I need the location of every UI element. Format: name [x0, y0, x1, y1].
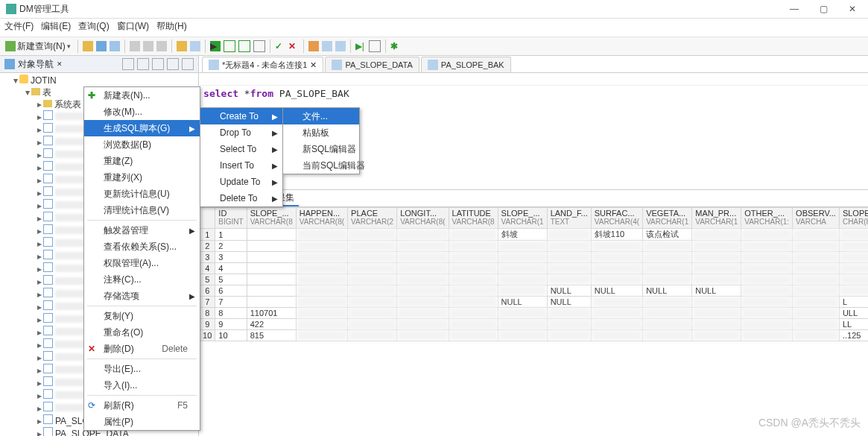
- table-row[interactable]: 44: [200, 263, 868, 274]
- nav-icon: [4, 59, 15, 69]
- menu-item[interactable]: 存储选项▶: [84, 288, 200, 304]
- menu-item[interactable]: ✚新建表(N)...: [84, 87, 200, 104]
- menu-item[interactable]: Delete To▶: [200, 190, 282, 206]
- next-icon[interactable]: [369, 40, 381, 52]
- menu-item[interactable]: 查看依赖关系(S)...: [84, 238, 200, 255]
- result-grid[interactable]: IDBIGINTSLOPE_...VARCHAR(8HAPPEN...VARCH…: [199, 207, 868, 436]
- editor-tab[interactable]: PA_SLOPE_DATA: [325, 57, 419, 72]
- explain-icon[interactable]: [238, 40, 250, 52]
- menu-item[interactable]: 重建列(X): [84, 169, 200, 186]
- book-icon[interactable]: [308, 41, 319, 51]
- menu-item[interactable]: Insert To▶: [200, 157, 282, 174]
- menu-item[interactable]: ✕删除(D)Delete: [84, 341, 200, 357]
- menu-item[interactable]: 复制(Y): [84, 308, 200, 324]
- table-row[interactable]: 22: [200, 241, 868, 252]
- menu-item[interactable]: 编辑(E): [41, 21, 71, 31]
- grid-icon[interactable]: [322, 41, 332, 51]
- menu-item[interactable]: Select To▶: [200, 141, 282, 157]
- menu-item[interactable]: 浏览数据(B): [84, 136, 200, 153]
- new-query-icon: [5, 41, 16, 51]
- menu-item[interactable]: 更新统计信息(U): [84, 186, 200, 202]
- editor-tabs[interactable]: *无标题4 - 未命名连接1 ✕PA_SLOPE_DATAPA_SLOPE_BA…: [199, 56, 868, 73]
- systables-folder[interactable]: 系统表: [54, 99, 81, 110]
- menu-item[interactable]: Drop To▶: [200, 124, 282, 141]
- cut-icon[interactable]: [130, 41, 140, 51]
- redo-icon[interactable]: [190, 41, 200, 51]
- menu-item[interactable]: Create To▶: [200, 108, 282, 124]
- pin-icon[interactable]: [182, 58, 194, 70]
- menu-item[interactable]: 当前SQL编辑器: [283, 157, 359, 174]
- tables-folder[interactable]: 表: [42, 87, 51, 98]
- stop-icon[interactable]: [253, 40, 265, 52]
- editor-tab[interactable]: PA_SLOPE_BAK: [421, 57, 511, 72]
- table-row[interactable]: 77NULLNULLL: [200, 297, 868, 308]
- menu-item[interactable]: 修改(M)...: [84, 104, 200, 120]
- table-row[interactable]: 55: [200, 274, 868, 285]
- database-icon: [19, 75, 28, 83]
- menu-item[interactable]: Update To▶: [200, 174, 282, 190]
- play2-icon[interactable]: ▶|: [355, 41, 366, 51]
- app-icon: [6, 4, 16, 14]
- menu-item[interactable]: 清理统计信息(V): [84, 202, 200, 218]
- paste-icon[interactable]: [156, 41, 167, 51]
- menu-item[interactable]: 权限管理(A)...: [84, 255, 200, 271]
- menu-item[interactable]: 帮助(H): [156, 21, 187, 31]
- open-icon[interactable]: [83, 41, 93, 51]
- toolbar: 新建查询(N) ▾ ▶ ✓ ✕ ▶| ✱: [0, 37, 868, 56]
- edit-icon[interactable]: [152, 58, 164, 70]
- menu-item[interactable]: 触发器管理▶: [84, 222, 200, 238]
- table-row[interactable]: 1010815..125: [200, 330, 868, 341]
- menu-item[interactable]: 查询(Q): [78, 21, 109, 31]
- plus-icon: ✚: [88, 90, 98, 101]
- maximize-button[interactable]: ▢: [820, 0, 828, 18]
- submenu-sql-script[interactable]: Create To▶Drop To▶Select To▶Insert To▶Up…: [200, 107, 283, 207]
- commit-icon[interactable]: ✓: [275, 41, 285, 51]
- save-icon[interactable]: [96, 41, 107, 51]
- table-row[interactable]: 88110701ULL: [200, 308, 868, 319]
- window-title: DM管理工具: [19, 0, 69, 18]
- close-button[interactable]: ✕: [849, 0, 856, 18]
- editor-tab[interactable]: *无标题4 - 未命名连接1 ✕: [202, 57, 323, 72]
- sql-icon: [332, 60, 342, 70]
- new-query-button[interactable]: 新建查询(N) ▾: [3, 40, 73, 54]
- sql-icon: [209, 60, 219, 70]
- save-all-icon[interactable]: [110, 41, 120, 51]
- menu-item[interactable]: 属性(P): [84, 414, 200, 430]
- table-row[interactable]: 99422LL: [200, 319, 868, 330]
- submenu-create-to[interactable]: 文件...粘贴板新SQL编辑器当前SQL编辑器: [282, 107, 360, 174]
- context-menu[interactable]: ✚新建表(N)...修改(M)...生成SQL脚本(G)▶浏览数据(B)重建(Z…: [83, 86, 200, 431]
- table-row[interactable]: 33: [200, 252, 868, 263]
- run-icon[interactable]: ▶: [210, 41, 221, 51]
- filter-icon[interactable]: [122, 58, 134, 70]
- run-step-icon[interactable]: [224, 40, 235, 52]
- menu-item[interactable]: 新SQL编辑器: [283, 141, 359, 157]
- collapse-icon[interactable]: [167, 58, 179, 70]
- menu-item[interactable]: 文件(F): [4, 21, 34, 31]
- table-row[interactable]: 66NULLNULLNULLNULL: [200, 285, 868, 297]
- menubar[interactable]: 文件(F)编辑(E)查询(Q)窗口(W)帮助(H): [0, 19, 868, 37]
- menu-item[interactable]: 文件...: [283, 108, 359, 124]
- menu-item[interactable]: 导出(E)...: [84, 361, 200, 377]
- db-node[interactable]: JOTIN: [31, 75, 57, 86]
- menu-item[interactable]: 重建(Z): [84, 153, 200, 169]
- bug-icon[interactable]: ✱: [390, 41, 401, 51]
- menu-item[interactable]: 生成SQL脚本(G)▶: [84, 120, 200, 136]
- sql-icon: [428, 60, 438, 70]
- watermark: CSDN @A秃头不秃头: [758, 417, 861, 430]
- menu-item[interactable]: 粘贴板: [283, 124, 359, 141]
- table-row[interactable]: 11斜坡斜坡110该点检试: [200, 229, 868, 241]
- menu-item[interactable]: 注释(C)...: [84, 271, 200, 288]
- undo-icon[interactable]: [177, 41, 187, 51]
- menu-item[interactable]: 窗口(W): [117, 21, 149, 31]
- menu-item[interactable]: ⟳刷新(R)F5: [84, 397, 200, 414]
- close-tab-icon[interactable]: ✕: [310, 60, 317, 70]
- menu-item[interactable]: 导入(I)...: [84, 377, 200, 394]
- copy-icon[interactable]: [143, 41, 153, 51]
- link-icon[interactable]: [137, 58, 149, 70]
- minimize-button[interactable]: —: [790, 0, 799, 18]
- sidebar-title: 对象导航: [18, 58, 54, 71]
- refresh-icon: ⟳: [88, 400, 98, 411]
- rollback-icon[interactable]: ✕: [288, 41, 299, 51]
- chart-icon[interactable]: [335, 41, 346, 51]
- menu-item[interactable]: 重命名(O): [84, 324, 200, 341]
